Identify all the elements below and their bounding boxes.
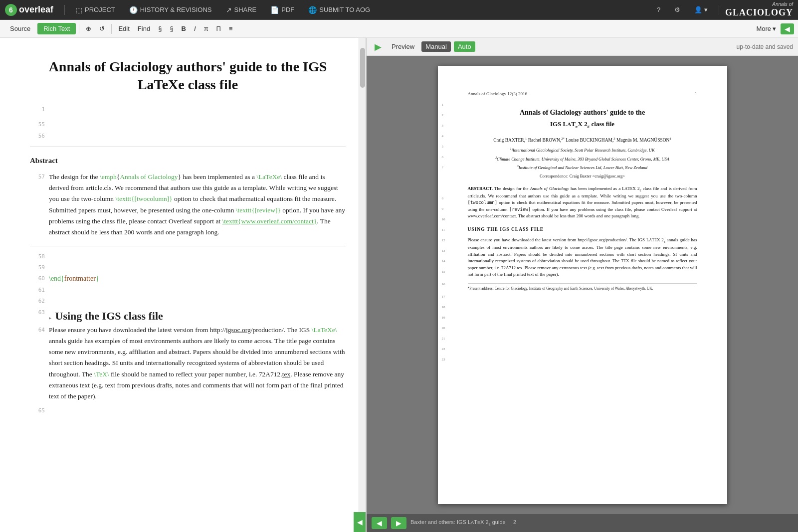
logo-text: overleaf [19,4,53,15]
section2-title: Using the IGS class file [55,310,163,322]
editor-panel: Annals of Glaciology authors' guide to t… [0,38,367,532]
linenum-61: 61 [30,285,45,295]
pdf-abstract-title: ABSTRACT. [468,186,493,191]
linenum-62: 62 [30,296,45,306]
nav-submit-btn[interactable]: 🌐 SUBMIT TO AOG [303,4,375,16]
line-60-row: 60 \end{frontmatter} [30,273,346,284]
more-btn[interactable]: More ▾ [753,23,780,34]
next-page-btn[interactable]: ▶ [391,517,406,529]
latex-latexe: \LaTeXe\ [256,173,282,180]
collapse-btn[interactable]: ◀ [781,23,794,34]
list-btn[interactable]: ≡ [225,23,236,34]
history-icon: 🕐 [129,6,138,14]
line-62-row: 62 [30,296,346,307]
nav-history-btn[interactable]: 🕐 HISTORY & REVISIONS [124,4,217,16]
section2-btn[interactable]: § [166,23,177,34]
pdf-header-right: 1 [695,91,697,98]
preview-status: up-to-date and saved [737,43,793,50]
pdf-italics-annals: Annals of Glaciology [530,186,569,191]
nav-settings-btn[interactable]: ⚙ [669,4,685,15]
line-61-row: 61 [30,285,346,296]
nav-project-btn[interactable]: ⬚ PROJECT [71,4,120,16]
nav-submit-label: SUBMIT TO AOG [319,6,370,13]
line-55-content [49,119,346,130]
pdf-monospace-review: [review] [509,207,531,212]
pdf-icon: 📄 [270,6,279,14]
preview-panel: ▶ Preview Manual Auto up-to-date and sav… [367,38,798,532]
share-icon: ↗ [226,6,232,14]
journal-name: Annals of [725,1,793,7]
preview-label-btn[interactable]: Preview [388,41,418,52]
line-63-content: ▸ Using the IGS class file [49,307,346,325]
linenum-58: 58 [30,251,45,261]
history-btn[interactable]: ↺ [96,23,108,34]
pi-btn[interactable]: π [200,23,212,34]
bold-btn[interactable]: B [178,23,190,34]
nav-user-btn[interactable]: 👤 ▾ [689,4,713,15]
preview-play-btn[interactable]: ▶ [372,40,385,53]
auto-btn[interactable]: Auto [454,41,475,52]
pdf-latex-logo: A [567,121,571,127]
user-icon: 👤 ▾ [694,6,708,13]
end-cmd: \end{ [49,275,64,282]
latex-twocol: \texttt{[twocolumn]} [115,195,172,202]
line-1-row: 1 [30,104,346,115]
abstract-text: The design for the \emph{Annals of Glaci… [49,172,346,238]
preview-bottom-bar: ◀ ▶ Baxter and others: IGS LATEX 2ε guid… [367,514,798,532]
linenum-57: 57 [30,172,45,181]
doc-title: Annals of Glaciology authors' guide to t… [30,58,346,94]
line-64-row: 64 Please ensure you have downloaded the… [30,325,346,402]
nav-history-label: HISTORY & REVISIONS [140,6,212,13]
end-arg: frontmatter [64,275,96,282]
scroll-thumb[interactable] [360,48,365,88]
line-65-content [49,405,346,416]
pdf-affil2: 2Climate Change Institute, University of… [468,156,697,163]
line-59-content [49,262,346,273]
nav-help-btn[interactable]: ? [652,4,665,15]
prev-page-btn[interactable]: ◀ [372,517,387,529]
latex-latexe2: \LaTeXe\ [312,326,337,334]
toolbar-sep-2 [111,24,112,34]
line-59-row: 59 [30,262,346,273]
section2-text: Please ensure you have downloaded the la… [49,325,346,402]
linenum-56: 56 [30,131,45,141]
pi2-btn[interactable]: Π [213,23,224,34]
journal-logo: Annals of GLACIOLOGY [725,1,793,18]
line-60-content: \end{frontmatter} [49,273,346,284]
source-tab[interactable]: Source [4,23,36,34]
editor-toolbar: Source Rich Text ⊕ ↺ Edit Find § § B I π… [0,20,798,38]
line-55-row: 55 [30,119,346,130]
insert-btn[interactable]: ⊕ [82,23,95,34]
pdf-abstract: ABSTRACT. The design for the Annals of G… [468,185,697,220]
pdf-header: Annals of Glaciology 12(3) 2016 1 [468,91,697,98]
pdf-line-numbers: 123 45 67 89 1011 1213 1415 16 1718 1920… [442,103,445,361]
nav-divider-1 [64,5,65,15]
find-btn[interactable]: Find [134,23,154,34]
abstract-section: Abstract 57 The design for the \emph{Ann… [30,147,346,246]
pdf-section-body: Please ensure you have downloaded the la… [468,237,697,278]
settings-icon: ⚙ [674,6,680,13]
prev-icon: ◀ [377,519,382,527]
help-icon: ? [657,6,660,13]
nav-share-btn[interactable]: ↗ SHARE [221,4,262,16]
italic-btn[interactable]: I [191,23,200,34]
line-63-row: 63 ▸ Using the IGS class file [30,307,346,325]
pdf-authors: Craig BAXTER,1 Rachel BROWN,2* Louise BU… [468,136,697,144]
editor-scrollbar[interactable] [359,38,366,532]
play-icon: ▶ [375,42,382,52]
latex-arg-annals: Annals of Glaciology [120,173,178,180]
pdf-subtitle: IGS LATEX 2ε class file [468,119,697,130]
logo-circle: 6 [5,4,17,16]
section-triangle: ▸ [49,315,51,321]
underline-tex: tex [282,370,291,378]
pdf-header-left: Annals of Glaciology 12(3) 2016 [468,91,527,98]
overleaf-logo[interactable]: 6 overleaf [5,4,53,16]
manual-btn[interactable]: Manual [421,41,451,52]
nav-share-label: SHARE [234,6,257,13]
bottom-collapse-btn[interactable]: ◀ [354,512,366,532]
nav-pdf-btn[interactable]: 📄 PDF [265,4,299,16]
line-65-row: 65 [30,405,346,416]
edit-btn[interactable]: Edit [115,23,133,34]
section-btn[interactable]: § [155,23,165,34]
rich-text-tab[interactable]: Rich Text [37,23,76,34]
